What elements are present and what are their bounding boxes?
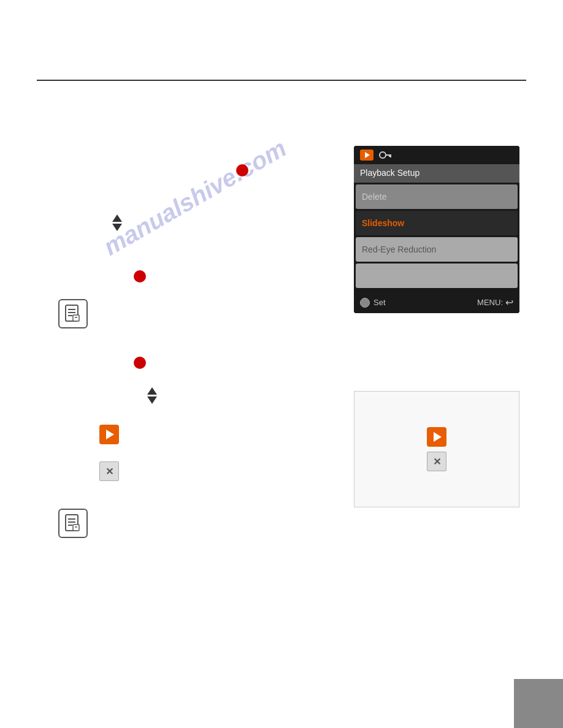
menu-footer: Set MENU: ↩	[354, 292, 519, 313]
red-circle-3	[134, 357, 146, 369]
bottom-right-block	[514, 679, 563, 728]
menu-item-slideshow[interactable]: Slideshow	[356, 211, 518, 235]
note-icon-1	[58, 299, 88, 328]
set-label: Set	[373, 298, 386, 307]
set-circle-icon	[360, 298, 370, 308]
menu-header	[354, 146, 519, 164]
svg-point-12	[380, 152, 386, 158]
menu-play-icon	[360, 150, 373, 161]
menu-item-empty	[356, 264, 518, 288]
arrow-updown-2	[147, 387, 157, 404]
arrow-updown-1	[112, 214, 122, 231]
menu-back-icon: ↩	[505, 297, 513, 308]
play-button-left[interactable]	[99, 425, 119, 444]
red-circle-1	[236, 164, 248, 176]
footer-set: Set	[360, 298, 386, 308]
menu-title: Playback Setup	[354, 164, 519, 183]
svg-rect-4	[73, 315, 79, 321]
arrow-down-icon	[112, 224, 122, 231]
arrow-up-icon	[112, 214, 122, 222]
play-button-right[interactable]	[427, 427, 446, 447]
note-icon-2	[58, 509, 88, 538]
watermark: manualshive.com	[99, 134, 291, 261]
play-stop-box: ✕	[354, 391, 519, 507]
arrow-down-icon-2	[147, 396, 157, 404]
menu-label: MENU:	[477, 298, 503, 307]
menu-key-icon	[378, 150, 392, 160]
footer-menu: MENU: ↩	[477, 297, 513, 308]
playback-setup-menu: Playback Setup Delete Slideshow Red-Eye …	[354, 146, 519, 313]
top-rule	[37, 80, 526, 81]
red-circle-2	[134, 270, 146, 282]
x-button-left[interactable]: ✕	[99, 461, 119, 481]
arrow-up-icon-2	[147, 387, 157, 395]
svg-rect-10	[73, 525, 79, 531]
menu-item-delete[interactable]: Delete	[356, 184, 518, 209]
menu-item-redeye[interactable]: Red-Eye Reduction	[356, 237, 518, 262]
x-button-right[interactable]: ✕	[427, 452, 446, 471]
